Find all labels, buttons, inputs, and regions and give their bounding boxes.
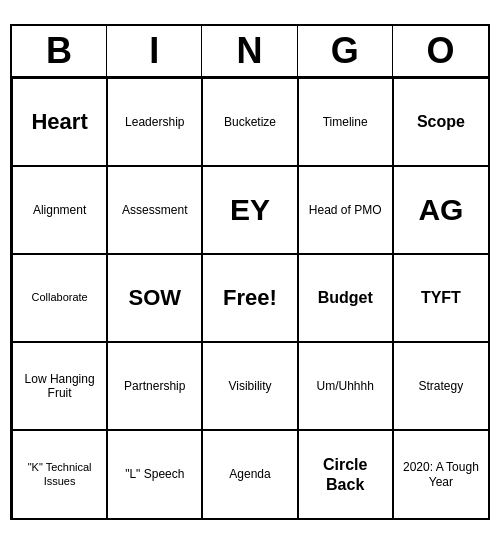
bingo-cell-5: Alignment: [12, 166, 107, 254]
bingo-cell-1: Leadership: [107, 78, 202, 166]
bingo-letter-O: O: [393, 26, 488, 76]
bingo-cell-14: TYFT: [393, 254, 488, 342]
bingo-cell-0: Heart: [12, 78, 107, 166]
bingo-letter-N: N: [202, 26, 297, 76]
bingo-cell-22: Agenda: [202, 430, 297, 518]
bingo-letter-I: I: [107, 26, 202, 76]
bingo-cell-6: Assessment: [107, 166, 202, 254]
bingo-cell-18: Um/Uhhhh: [298, 342, 393, 430]
bingo-cell-7: EY: [202, 166, 297, 254]
bingo-cell-13: Budget: [298, 254, 393, 342]
bingo-card: BINGO HeartLeadershipBucketizeTimelineSc…: [10, 24, 490, 520]
bingo-cell-24: 2020: A Tough Year: [393, 430, 488, 518]
bingo-cell-2: Bucketize: [202, 78, 297, 166]
bingo-cell-16: Partnership: [107, 342, 202, 430]
bingo-header: BINGO: [12, 26, 488, 78]
bingo-cell-21: "L" Speech: [107, 430, 202, 518]
bingo-cell-17: Visibility: [202, 342, 297, 430]
bingo-cell-11: SOW: [107, 254, 202, 342]
bingo-cell-10: Collaborate: [12, 254, 107, 342]
bingo-cell-3: Timeline: [298, 78, 393, 166]
bingo-cell-20: "K" Technical Issues: [12, 430, 107, 518]
bingo-letter-G: G: [298, 26, 393, 76]
bingo-cell-19: Strategy: [393, 342, 488, 430]
bingo-cell-23: Circle Back: [298, 430, 393, 518]
bingo-cell-12: Free!: [202, 254, 297, 342]
bingo-cell-9: AG: [393, 166, 488, 254]
bingo-cell-4: Scope: [393, 78, 488, 166]
bingo-letter-B: B: [12, 26, 107, 76]
bingo-cell-15: Low Hanging Fruit: [12, 342, 107, 430]
bingo-cell-8: Head of PMO: [298, 166, 393, 254]
bingo-grid: HeartLeadershipBucketizeTimelineScopeAli…: [12, 78, 488, 518]
